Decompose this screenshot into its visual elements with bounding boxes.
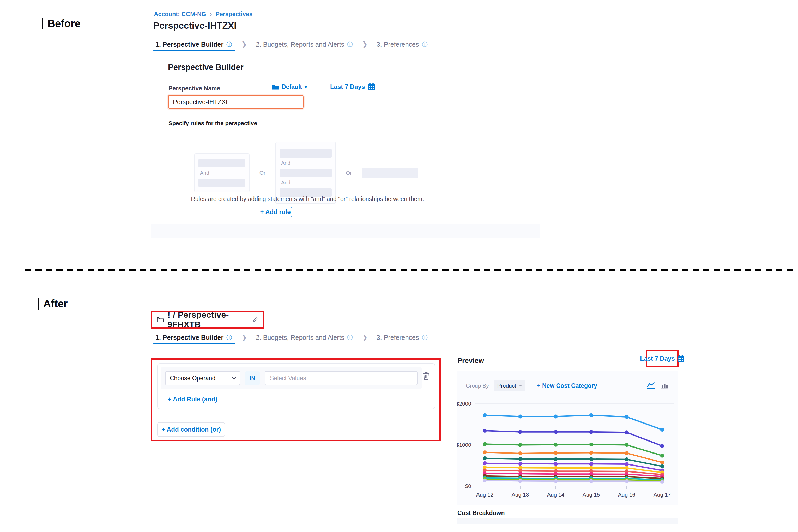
rules-helper-text: Rules are created by adding statements w…: [168, 195, 447, 203]
svg-text:$1000: $1000: [457, 442, 471, 448]
line-chart-toggle-icon[interactable]: [646, 382, 656, 390]
tab-perspective-builder[interactable]: 1. Perspective Builder: [155, 38, 232, 51]
placeholder-rule-group: And And: [276, 142, 336, 204]
chart-toolbar: Group By Product + New Cost Category: [466, 380, 669, 391]
tab-budgets-reports-alerts[interactable]: 2. Budgets, Reports and Alerts: [256, 38, 353, 51]
tab-preferences[interactable]: 3. Preferences: [377, 331, 428, 344]
placeholder-or-label: Or: [346, 170, 352, 176]
placeholder-statement-bar: [280, 169, 332, 177]
after-section-label: After: [38, 298, 68, 309]
info-icon[interactable]: [422, 41, 428, 48]
date-range-value: Last 7 Days: [330, 83, 365, 91]
rule-condition-card: Choose Operand IN + Add Rule (and): [157, 363, 435, 409]
tab-label: 1. Perspective Builder: [155, 334, 224, 341]
group-by-label: Group By: [466, 383, 489, 389]
add-condition-or-button[interactable]: + Add condition (or): [157, 422, 225, 437]
folder-icon: [272, 84, 279, 90]
operand-select-value: Choose Operand: [170, 375, 215, 382]
preview-date-range-value: Last 7 Days: [640, 355, 674, 362]
group-by-dropdown[interactable]: Product: [494, 380, 526, 391]
rule-builder-annotation: Choose Operand IN + Add Rule (and) + Add…: [151, 358, 441, 441]
trash-icon[interactable]: [422, 372, 430, 380]
chevron-down-icon: [231, 375, 236, 379]
folder-open-icon: [157, 316, 164, 323]
info-icon[interactable]: [347, 334, 353, 341]
info-icon[interactable]: [347, 41, 353, 48]
svg-text:Aug 15: Aug 15: [583, 492, 600, 498]
operator-chip[interactable]: IN: [245, 372, 260, 385]
date-range-picker[interactable]: Last 7 Days: [330, 83, 375, 91]
info-icon[interactable]: [226, 41, 232, 48]
rules-section-label: Specify rules for the perspective: [169, 120, 257, 127]
breadcrumb-perspectives-link[interactable]: Perspectives: [216, 11, 253, 18]
folder-selector[interactable]: Default ▾: [272, 83, 307, 91]
placeholder-statement-bar: [198, 159, 245, 167]
before-section-label: Before: [42, 18, 81, 30]
placeholder-and-label: And: [198, 170, 245, 176]
tab-label: 3. Preferences: [377, 334, 419, 341]
wizard-tabs: 1. Perspective Builder ❯ 2. Budgets, Rep…: [151, 38, 546, 51]
before-after-divider: [25, 269, 796, 271]
before-label-text: Before: [48, 18, 81, 30]
operand-select[interactable]: Choose Operand: [165, 371, 240, 385]
cost-breakdown-heading: Cost Breakdown: [457, 510, 505, 517]
tab-perspective-builder[interactable]: 1. Perspective Builder: [155, 331, 232, 344]
rule-divider: [153, 418, 439, 418]
before-screenshot: Account: CCM-NG › Perspectives Perspecti…: [151, 6, 546, 239]
bar-chart-toggle-icon[interactable]: [660, 382, 669, 390]
label-bar: [38, 298, 39, 309]
active-tab-underline: [153, 50, 235, 51]
wizard-tabs-after: 1. Perspective Builder ❯ 2. Budgets, Rep…: [151, 331, 678, 344]
active-tab-underline: [153, 343, 235, 344]
new-cost-category-link[interactable]: + New Cost Category: [537, 382, 597, 390]
caret-down-icon: ▾: [305, 84, 307, 90]
perspective-name-input-value: Perspective-IHTZXI: [173, 98, 227, 106]
svg-text:$2000: $2000: [457, 401, 471, 406]
calendar-icon: [367, 83, 375, 91]
perspective-title-annotation: ! / Perspective-9FHXTB: [151, 311, 264, 328]
edit-pencil-icon[interactable]: [252, 316, 258, 323]
text-cursor: [228, 98, 228, 106]
rule-row: Choose Operand IN: [161, 367, 422, 390]
breadcrumb-separator-icon: ›: [210, 11, 212, 18]
svg-text:Aug 12: Aug 12: [476, 492, 494, 498]
folder-selector-value: Default: [282, 83, 302, 91]
select-values-input[interactable]: [265, 371, 418, 385]
placeholder-rule-group: And: [194, 153, 250, 192]
placeholder-statement-bar: [280, 149, 332, 157]
tab-budgets-reports-alerts[interactable]: 2. Budgets, Reports and Alerts: [256, 331, 353, 344]
svg-text:Aug 16: Aug 16: [618, 492, 635, 498]
placeholder-and-label: And: [280, 180, 332, 186]
preview-date-range-picker[interactable]: Last 7 Days: [640, 355, 684, 362]
preview-line-chart: $0$1000$2000Aug 12Aug 13Aug 14Aug 15Aug …: [457, 396, 678, 500]
placeholder-and-label: And: [280, 160, 332, 166]
info-icon[interactable]: [226, 334, 232, 341]
perspective-name-label: Perspective Name: [169, 85, 220, 92]
before-footer-strip: [151, 224, 540, 239]
placeholder-or-label: Or: [260, 170, 265, 176]
breadcrumb-account-link[interactable]: Account: CCM-NG: [154, 11, 206, 18]
breadcrumb: Account: CCM-NG › Perspectives: [154, 11, 253, 18]
label-bar: [42, 18, 43, 30]
svg-text:$0: $0: [465, 483, 471, 489]
tab-label: 2. Budgets, Reports and Alerts: [256, 334, 344, 341]
svg-text:Aug 17: Aug 17: [653, 492, 671, 498]
chevron-right-icon: ❯: [362, 40, 368, 49]
calendar-icon: [677, 355, 684, 362]
perspective-title: ! / Perspective-9FHXTB: [167, 310, 248, 329]
chevron-down-icon: [519, 383, 522, 386]
info-icon[interactable]: [422, 334, 428, 341]
cost-breakdown-card-top: [457, 518, 678, 524]
preview-chart-card: Group By Product + New Cost Category $0$…: [457, 371, 678, 505]
svg-text:Aug 13: Aug 13: [512, 492, 529, 498]
add-rule-button[interactable]: + Add rule: [259, 207, 292, 217]
preview-date-annotation: Last 7 Days: [646, 350, 679, 367]
tab-preferences[interactable]: 3. Preferences: [377, 38, 428, 51]
tab-label: 2. Budgets, Reports and Alerts: [256, 41, 344, 48]
rules-placeholder-illustration: And Or And And Or: [168, 142, 444, 204]
chevron-right-icon: ❯: [241, 334, 247, 342]
group-by-value: Product: [497, 383, 516, 389]
perspective-name-input[interactable]: Perspective-IHTZXI: [168, 95, 304, 109]
svg-text:Aug 14: Aug 14: [547, 492, 565, 498]
add-rule-and-link[interactable]: + Add Rule (and): [168, 396, 217, 403]
